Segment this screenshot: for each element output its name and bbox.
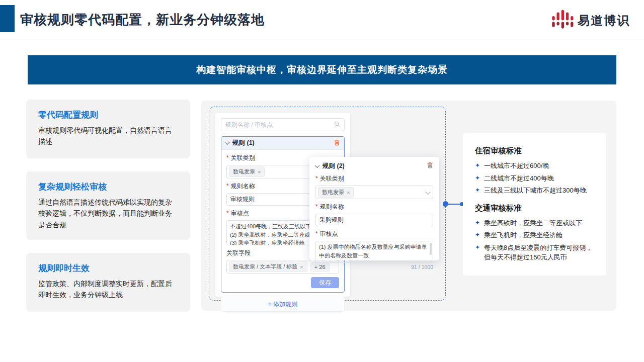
chevron-down-icon[interactable]: [425, 188, 431, 197]
rule-search-input[interactable]: [225, 121, 331, 128]
transport-standards-title: 交通审核标准: [475, 203, 594, 214]
banner-text: 构建智能审核中枢，审核边界延伸至主观判断类复杂场景: [196, 63, 448, 76]
scrollbar-thumb[interactable]: [430, 243, 432, 255]
category-tag[interactable]: 数电发票 ×: [229, 166, 265, 177]
feature-desc: 审核规则零代码可视化配置，自然语言语言描述: [38, 125, 178, 147]
main-panel: 规则 (1) 关联类别 数电发票 × 规则名: [201, 101, 616, 311]
tag-close-icon[interactable]: ×: [300, 264, 303, 270]
feature-card-instant-effect: 规则即时生效 监管政策、内部制度调整实时更新，配置后即时生效，业务分钟级上线: [26, 253, 190, 312]
audit-text: (1) 发票中的物品名称及数量应与采购申请单中的名称及数量一致: [319, 243, 430, 259]
page-title: 审核规则零代码配置，新业务分钟级落地: [20, 11, 265, 29]
header-accent-bar: [0, 5, 15, 32]
delete-rule-icon[interactable]: [427, 161, 433, 170]
rule-1-header[interactable]: 规则 (1): [221, 137, 344, 150]
add-rule-button[interactable]: + 添加规则: [268, 300, 297, 309]
star-bullet-icon: ✦: [475, 186, 480, 196]
field-tag[interactable]: 数电发票 / 文本字段 / 标题 ×: [229, 261, 307, 272]
star-bullet-icon: ✦: [475, 218, 480, 228]
standard-item: ✦ 三线及三线以下城市不超过300每晚: [475, 186, 594, 196]
standard-item: ✦ 乘坐高铁时，应乘坐二等座或以下: [475, 218, 594, 228]
collapse-chevron-icon[interactable]: [315, 163, 320, 168]
save-row: 保存: [226, 277, 339, 288]
category-tag[interactable]: 数电发票 ×: [318, 187, 354, 198]
feature-card-complex-rules: 复杂规则轻松审核 通过自然语言描述传统代码难以实现的复杂校验逻辑，不仅判断数据，…: [26, 171, 190, 240]
section-banner: 构建智能审核中枢，审核边界延伸至主观判断类复杂场景: [28, 55, 616, 84]
collapse-chevron-icon[interactable]: [225, 140, 230, 145]
brand-logo: 易道博识: [551, 8, 630, 33]
add-rule-strip[interactable]: + 添加规则: [221, 297, 345, 312]
standard-item: ✦ 一线城市不超过600/晚: [475, 161, 594, 171]
feature-title: 规则即时生效: [38, 262, 178, 274]
rule-2-title: 规则 (2): [323, 162, 371, 170]
feature-desc: 监管政策、内部制度调整实时更新，配置后即时生效，业务分钟级上线: [38, 278, 178, 301]
audit-points-textarea[interactable]: (1) 发票中的物品名称及数量应与采购申请单中的名称及数量一致: [315, 241, 433, 263]
category-label: 关联类别: [315, 174, 433, 183]
soundwave-logo-icon: [551, 8, 574, 33]
category-select[interactable]: 数电发票 ×: [315, 186, 433, 199]
delete-rule-icon[interactable]: [334, 139, 340, 148]
rule-name-input[interactable]: [315, 214, 433, 226]
header: 审核规则零代码配置，新业务分钟级落地 易道博识: [0, 0, 644, 40]
star-bullet-icon: ✦: [475, 230, 480, 240]
standard-item: ✦ 乘坐飞机时，应乘坐经济舱: [475, 230, 594, 240]
brand-name: 易道博识: [578, 13, 630, 29]
rule-2-header[interactable]: 规则 (2): [315, 161, 433, 170]
rule-2-popup: 规则 (2) 关联类别 数电发票 ×: [309, 157, 439, 260]
rule-1-title: 规则 (1): [232, 139, 330, 147]
char-counter: 91 / 1000: [315, 264, 433, 270]
lodging-standards-title: 住宿审核标准: [475, 146, 594, 156]
rule-search-box[interactable]: [221, 118, 345, 131]
search-icon: [334, 120, 340, 129]
feature-title: 复杂规则轻松审核: [38, 181, 178, 193]
standard-item: ✦ 二线城市不超过400每晚: [475, 173, 594, 184]
tag-close-icon[interactable]: ×: [347, 190, 350, 196]
star-bullet-icon: ✦: [475, 161, 480, 171]
feature-desc: 通过自然语言描述传统代码难以实现的复杂校验逻辑，不仅判断数据，而且能判断业务是否…: [38, 197, 178, 230]
feature-card-zero-code: 零代码配置规则 审核规则零代码可视化配置，自然语言语言描述: [26, 100, 190, 158]
star-bullet-icon: ✦: [475, 173, 480, 184]
save-button[interactable]: 保存: [311, 277, 339, 288]
audit-standards-card: 住宿审核标准 ✦ 一线城市不超过600/晚 ✦ 二线城市不超过400每晚 ✦ 三…: [463, 133, 606, 276]
feature-title: 零代码配置规则: [38, 109, 178, 121]
audit-points-label: 审核点: [315, 230, 433, 238]
standard-item: ✦ 每天晚8点后至凌晨的打车费可报销，但每天不得超过150元人民币: [475, 243, 594, 262]
star-bullet-icon: ✦: [475, 243, 480, 262]
tag-close-icon[interactable]: ×: [258, 169, 261, 175]
slide: 审核规则零代码配置，新业务分钟级落地 易道博识 构建智能: [0, 0, 644, 362]
rule-name-label: 规则名称: [315, 203, 433, 211]
